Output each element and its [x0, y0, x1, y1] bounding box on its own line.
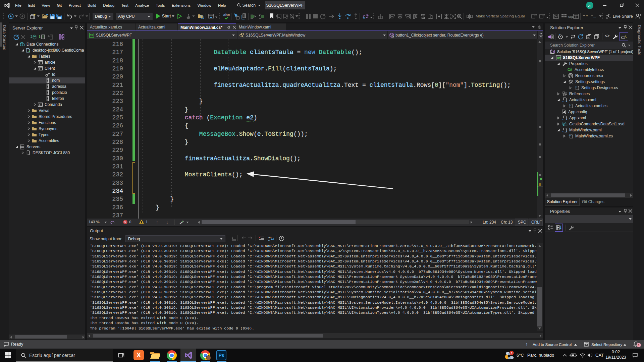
- svg-text:<.>: <.>: [562, 130, 567, 133]
- svg-text:C#: C#: [557, 56, 561, 60]
- svg-text:c: c: [268, 239, 270, 241]
- svg-text:<.>: <.>: [562, 118, 567, 121]
- svg-text:1: 1: [511, 351, 513, 355]
- svg-text:C#: C#: [568, 68, 572, 72]
- svg-text:A: A: [557, 226, 558, 228]
- svg-text:<.>: <.>: [562, 100, 567, 103]
